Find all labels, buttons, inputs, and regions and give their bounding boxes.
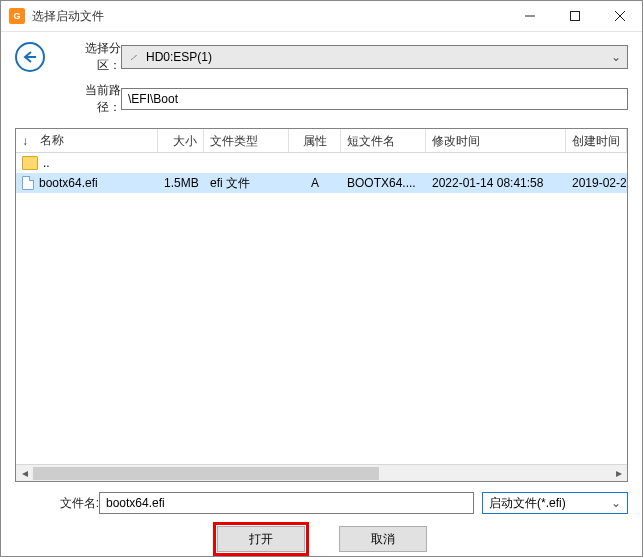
window-title: 选择启动文件 [32,8,507,25]
filename-input[interactable] [99,492,474,514]
minimize-button[interactable] [507,1,552,31]
column-created[interactable]: 创建时间 [566,129,627,152]
scroll-track[interactable] [33,465,610,482]
column-type[interactable]: 文件类型 [204,129,289,152]
scroll-left-icon[interactable]: ◂ [16,465,33,482]
chevron-down-icon: ⌄ [611,496,621,510]
file-size: 1.5MB [158,174,204,192]
horizontal-scrollbar[interactable]: ◂ ▸ [16,464,627,481]
disk-icon: ⟋ [128,51,139,63]
filename-label: 文件名: [41,495,99,512]
file-short: BOOTX64.... [341,174,426,192]
partition-select[interactable]: ⟋ HD0:ESP(1) ⌄ [121,45,628,69]
sort-icon: ↓ [22,134,40,148]
scroll-thumb[interactable] [33,467,379,480]
title-bar: G 选择启动文件 [1,1,642,32]
close-button[interactable] [597,1,642,31]
column-name[interactable]: ↓ 名称 [16,129,158,152]
column-size[interactable]: 大小 [158,129,204,152]
file-name: bootx64.efi [16,174,158,192]
app-icon: G [9,8,25,24]
filetype-filter[interactable]: 启动文件(*.efi) ⌄ [482,492,628,514]
file-list: ↓ 名称 大小 文件类型 属性 短文件名 修改时间 创建时间 .. bootx6… [15,128,628,482]
file-attr: A [289,174,341,192]
svg-rect-1 [570,12,579,21]
partition-value: HD0:ESP(1) [146,50,611,64]
arrow-left-icon [22,50,38,64]
file-name: .. [16,154,158,172]
file-modified: 2022-01-14 08:41:58 [426,174,566,192]
cancel-button[interactable]: 取消 [339,526,427,552]
column-modified[interactable]: 修改时间 [426,129,566,152]
column-short[interactable]: 短文件名 [341,129,426,152]
maximize-button[interactable] [552,1,597,31]
file-list-header: ↓ 名称 大小 文件类型 属性 短文件名 修改时间 创建时间 [16,129,627,153]
file-type: efi 文件 [204,173,289,194]
file-list-body[interactable]: .. bootx64.efi 1.5MB efi 文件 A BOOTX64...… [16,153,627,464]
chevron-down-icon: ⌄ [611,50,621,64]
back-button[interactable] [15,42,45,72]
column-attr[interactable]: 属性 [289,129,341,152]
file-icon [22,176,34,190]
scroll-right-icon[interactable]: ▸ [610,465,627,482]
partition-label: 选择分区： [63,40,121,74]
parent-folder-row[interactable]: .. [16,153,627,173]
path-label: 当前路径： [63,82,121,116]
filter-text: 启动文件(*.efi) [489,495,566,512]
file-created: 2019-02-27 [566,174,627,192]
path-input[interactable] [121,88,628,110]
open-button[interactable]: 打开 [217,526,305,552]
table-row[interactable]: bootx64.efi 1.5MB efi 文件 A BOOTX64.... 2… [16,173,627,193]
